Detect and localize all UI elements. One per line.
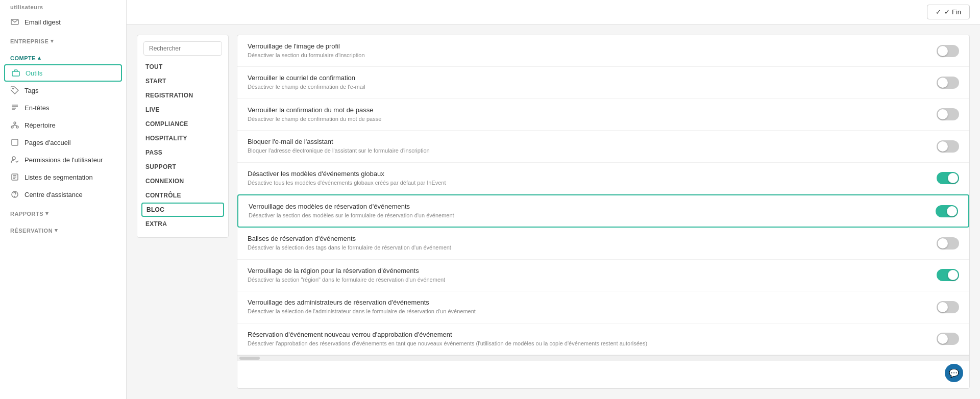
top-bar: ✓ ✓ Fin: [127, 0, 980, 24]
sidebar-item-listes[interactable]: Listes de segmentation: [0, 168, 126, 186]
filter-tout[interactable]: TOUT: [137, 60, 228, 74]
repertoire-label: Répertoire: [24, 121, 56, 129]
sidebar-item-outils[interactable]: Outils: [4, 64, 122, 82]
network-icon: [10, 120, 19, 130]
chat-button[interactable]: 💬: [945, 364, 963, 382]
settings-panel: Verrouillage de l'image de profil Désact…: [237, 35, 970, 389]
outils-label: Outils: [26, 69, 42, 77]
toggle-balises-reservation[interactable]: [937, 237, 959, 250]
setting-row-modeles-globaux: Désactiver les modèles d'événements glob…: [237, 163, 969, 194]
setting-row-courriel-confirmation: Verrouiller le courriel de confirmation …: [237, 67, 969, 98]
sidebar-item-pages-accueil[interactable]: Pages d'accueil: [0, 134, 126, 151]
help-icon: [10, 190, 19, 199]
toggle-admin-reservation[interactable]: [937, 301, 959, 313]
compte-header[interactable]: COMPTE ▴: [0, 47, 126, 64]
setting-desc-balises-reservation: Désactiver la sélection des tags dans le…: [248, 244, 926, 252]
scroll-thumb: [239, 357, 260, 360]
toggle-approbation[interactable]: [937, 333, 959, 345]
setting-text-verrouillage-image: Verrouillage de l'image de profil Désact…: [248, 42, 937, 59]
filter-connexion[interactable]: CONNEXION: [137, 174, 228, 188]
setting-title-modeles-globaux: Désactiver les modèles d'événements glob…: [248, 170, 926, 178]
setting-row-region-reservation: Verrouillage de la région pour la réserv…: [237, 260, 969, 291]
filter-start[interactable]: START: [137, 74, 228, 88]
setting-title-verrouillage-image: Verrouillage de l'image de profil: [248, 42, 926, 50]
setting-row-modeles-reservation: Verrouillage des modèles de réservation …: [237, 194, 969, 228]
sidebar-item-email-digest[interactable]: Email digest: [0, 13, 126, 31]
compte-label: COMPTE: [10, 55, 36, 61]
toggle-region-reservation[interactable]: [937, 269, 959, 281]
setting-title-balises-reservation: Balises de réservation d'événements: [248, 235, 926, 242]
fin-label: ✓ Fin: [944, 8, 961, 16]
filter-pass[interactable]: PASS: [137, 145, 228, 160]
sidebar-item-permissions[interactable]: Permissions de l'utilisateur: [0, 151, 126, 168]
setting-row-verrouillage-image: Verrouillage de l'image de profil Désact…: [237, 35, 969, 67]
setting-text-modeles-reservation: Verrouillage des modèles de réservation …: [249, 203, 936, 219]
toggle-verrouillage-image[interactable]: [937, 45, 959, 57]
setting-desc-confirmation-mdp: Désactiver le champ de confirmation du m…: [248, 115, 926, 123]
reservation-header[interactable]: RÉSERVATION ▾: [0, 220, 126, 237]
entreprise-label: ENTREPRISE: [10, 38, 48, 44]
rapports-header[interactable]: RAPPORTS ▾: [0, 203, 126, 220]
filter-compliance[interactable]: COMPLIANCE: [137, 117, 228, 131]
compte-arrow: ▴: [38, 55, 41, 61]
filter-hospitality[interactable]: HOSPITALITY: [137, 131, 228, 145]
reservation-arrow: ▾: [55, 227, 58, 234]
svg-point-7: [12, 157, 15, 160]
reservation-label: RÉSERVATION: [10, 228, 53, 234]
entreprise-header[interactable]: ENTREPRISE ▾: [0, 31, 126, 47]
toggle-modeles-reservation[interactable]: [936, 205, 958, 217]
toggle-courriel[interactable]: [937, 77, 959, 89]
setting-text-region-reservation: Verrouillage de la région pour la réserv…: [248, 267, 937, 284]
toggle-confirmation-mdp[interactable]: [937, 108, 959, 120]
filter-extra[interactable]: EXTRA: [137, 217, 228, 231]
paragraph-icon: [10, 103, 19, 112]
setting-text-modeles-globaux: Désactiver les modèles d'événements glob…: [248, 170, 937, 187]
tags-label: Tags: [24, 87, 38, 94]
content-area: TOUT START REGISTRATION LIVE COMPLIANCE …: [127, 24, 980, 399]
setting-row-admin-reservation: Verrouillage des administrateurs de rése…: [237, 291, 969, 323]
setting-text-admin-reservation: Verrouillage des administrateurs de rése…: [248, 298, 937, 315]
setting-text-courriel: Verrouiller le courriel de confirmation …: [248, 74, 937, 91]
filter-registration[interactable]: REGISTRATION: [137, 88, 228, 103]
filter-controle[interactable]: CONTRÔLE: [137, 188, 228, 203]
list-icon: [10, 172, 19, 182]
svg-point-2: [13, 88, 14, 89]
setting-title-approbation: Réservation d'événement nouveau verrou d…: [248, 331, 926, 338]
fin-checkmark: ✓: [936, 8, 941, 16]
sidebar-item-centre-assistance[interactable]: Centre d'assistance: [0, 186, 126, 203]
filter-bloc[interactable]: BLOC: [141, 203, 224, 217]
rapports-label: RAPPORTS: [10, 211, 43, 217]
en-tetes-label: En-têtes: [24, 104, 49, 112]
centre-assistance-label: Centre d'assistance: [24, 191, 83, 198]
filter-support[interactable]: SUPPORT: [137, 160, 228, 174]
svg-point-10: [15, 196, 15, 197]
sidebar-item-tags[interactable]: Tags: [0, 82, 126, 99]
fin-button[interactable]: ✓ ✓ Fin: [927, 5, 970, 19]
setting-title-email-assistant: Bloquer l'e-mail de l'assistant: [248, 138, 926, 145]
utilisateurs-header: utilisateurs: [0, 0, 126, 13]
setting-title-confirmation-mdp: Verrouiller la confirmation du mot de pa…: [248, 106, 926, 114]
filter-live[interactable]: LIVE: [137, 103, 228, 117]
toggle-modeles-globaux[interactable]: [937, 172, 959, 184]
toggle-email-assistant[interactable]: [937, 140, 959, 153]
sidebar-item-repertoire[interactable]: Répertoire: [0, 116, 126, 134]
setting-row-confirmation-mdp: Verrouiller la confirmation du mot de pa…: [237, 99, 969, 131]
svg-rect-6: [12, 139, 18, 145]
filter-panel: TOUT START REGISTRATION LIVE COMPLIANCE …: [137, 35, 229, 238]
rapports-arrow: ▾: [45, 210, 49, 217]
horizontal-scrollbar[interactable]: [237, 355, 969, 361]
sidebar: utilisateurs Email digest ENTREPRISE ▾ C…: [0, 0, 127, 399]
svg-point-5: [16, 126, 18, 128]
setting-desc-email-assistant: Bloquer l'adresse électronique de l'assi…: [248, 147, 926, 155]
setting-row-approbation: Réservation d'événement nouveau verrou d…: [237, 323, 969, 355]
setting-title-admin-reservation: Verrouillage des administrateurs de rése…: [248, 298, 926, 306]
sidebar-item-en-tetes[interactable]: En-têtes: [0, 99, 126, 116]
briefcase-icon: [11, 68, 20, 78]
pages-accueil-label: Pages d'accueil: [24, 139, 71, 146]
setting-text-balises-reservation: Balises de réservation d'événements Désa…: [248, 235, 937, 252]
setting-desc-region-reservation: Désactiver la section "région" dans le f…: [248, 276, 926, 284]
main-content: ✓ ✓ Fin TOUT START REGISTRATION LIVE COM…: [127, 0, 980, 399]
email-icon: [10, 17, 19, 27]
tag-icon: [10, 86, 19, 95]
search-input[interactable]: [143, 41, 222, 56]
